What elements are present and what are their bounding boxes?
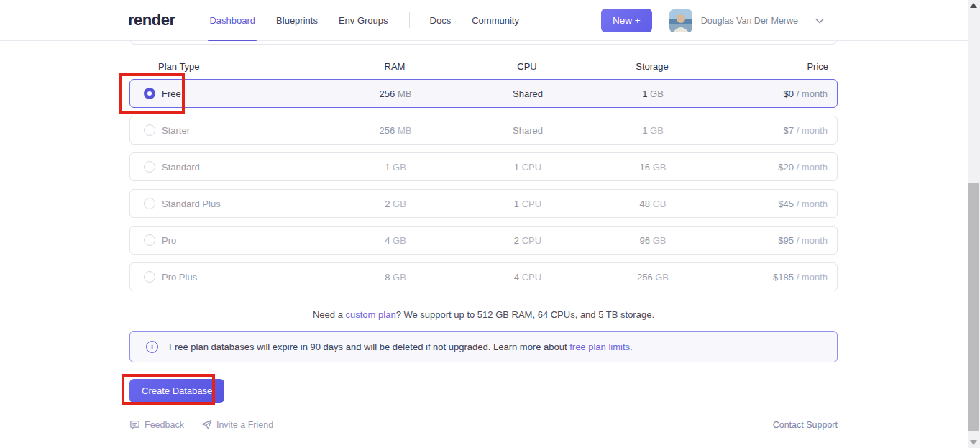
plan-name: Starter [162, 125, 190, 136]
invite-friend-button[interactable]: Invite a Friend [201, 419, 273, 430]
custom-plan-link[interactable]: custom plan [346, 309, 396, 320]
plan-ram: 2 GB [331, 198, 459, 209]
tab-blueprints[interactable]: Blueprints [276, 0, 318, 41]
plan-radio[interactable] [144, 88, 155, 99]
plan-price: $0 / month [710, 88, 837, 99]
plan-storage: 1 GB [596, 125, 710, 136]
plan-name: Standard [162, 162, 200, 173]
plan-cpu: 1 CPU [459, 198, 596, 209]
free-plan-limits-link[interactable]: free plan limits [569, 342, 630, 352]
plan-name: Free [162, 88, 181, 99]
custom-plan-note: Need a custom plan? We support up to 512… [129, 309, 838, 320]
nav-divider [409, 12, 410, 28]
plan-price: $185 / month [710, 272, 837, 283]
plan-table-rows: Free 256 MB Shared 1 GB $0 / month Start… [129, 79, 838, 299]
plan-cpu: 1 CPU [459, 162, 596, 173]
plan-price: $95 / month [710, 235, 837, 246]
plan-price: $20 / month [710, 162, 837, 173]
free-plan-info-banner: i Free plan databases will expire in 90 … [129, 331, 838, 362]
plan-name: Pro Plus [162, 272, 197, 283]
plan-storage: 48 GB [596, 198, 710, 209]
plan-ram: 8 GB [331, 272, 459, 283]
plan-cpu: Shared [459, 88, 596, 99]
plan-ram: 4 GB [331, 235, 459, 246]
plan-price: $7 / month [710, 125, 837, 136]
plan-ram: 1 GB [331, 162, 459, 173]
navbar-right: New + Douglas Van Der Merwe [601, 0, 824, 41]
plan-row-free[interactable]: Free 256 MB Shared 1 GB $0 / month [129, 79, 838, 108]
plan-cpu: 2 CPU [459, 235, 596, 246]
tab-dashboard[interactable]: Dashboard [209, 0, 255, 41]
plan-radio[interactable] [144, 161, 155, 173]
feedback-button[interactable]: Feedback [129, 419, 184, 430]
custom-plan-suffix: ? We support up to 512 GB RAM, 64 CPUs, … [396, 309, 654, 320]
plan-ram: 256 MB [331, 88, 459, 99]
plan-storage: 256 GB [596, 272, 710, 283]
paper-plane-icon [201, 419, 212, 430]
feedback-icon [129, 419, 140, 430]
tab-community[interactable]: Community [472, 0, 519, 41]
navbar: render Dashboard Blueprints Env Groups D… [0, 0, 968, 41]
user-name[interactable]: Douglas Van Der Merwe [701, 16, 798, 26]
plan-storage: 96 GB [596, 235, 710, 246]
invite-friend-label: Invite a Friend [216, 420, 273, 430]
vertical-scrollbar[interactable] [968, 0, 980, 448]
tab-env-groups[interactable]: Env Groups [339, 0, 388, 41]
plan-row-standard-plus[interactable]: Standard Plus 2 GB 1 CPU 48 GB $45 / mon… [129, 189, 838, 218]
plan-table-header: Plan Type RAM CPU Storage Price [129, 61, 838, 71]
tab-docs[interactable]: Docs [430, 0, 452, 41]
info-banner-message: Free plan databases will expire in 90 da… [169, 342, 569, 352]
contact-support-link[interactable]: Contact Support [773, 420, 838, 430]
plan-radio[interactable] [144, 198, 155, 209]
plan-cpu: 4 CPU [459, 272, 596, 283]
header-cpu: CPU [459, 61, 595, 72]
contact-support-label: Contact Support [773, 420, 838, 430]
info-icon: i [146, 341, 158, 353]
feedback-label: Feedback [145, 420, 184, 430]
header-plan-type: Plan Type [129, 61, 331, 72]
scrollbar-down-arrow-icon[interactable] [970, 440, 977, 445]
plan-price: $45 / month [710, 198, 837, 209]
header-price: Price [709, 61, 838, 72]
plan-ram: 256 MB [331, 125, 459, 136]
plan-row-starter[interactable]: Starter 256 MB Shared 1 GB $7 / month [129, 116, 838, 145]
create-database-button[interactable]: Create Database [129, 379, 224, 403]
plan-radio[interactable] [144, 124, 155, 136]
render-logo: render [128, 11, 175, 29]
custom-plan-prefix: Need a [313, 309, 346, 320]
scrollbar-up-arrow-icon[interactable] [970, 3, 977, 8]
plan-row-pro-plus[interactable]: Pro Plus 8 GB 4 CPU 256 GB $185 / month [129, 262, 838, 291]
info-banner-period: . [630, 342, 633, 352]
plan-storage: 16 GB [596, 162, 710, 173]
info-banner-text: Free plan databases will expire in 90 da… [169, 342, 633, 352]
plan-name: Standard Plus [162, 198, 221, 209]
plan-storage: 1 GB [596, 88, 710, 99]
new-button[interactable]: New + [601, 9, 652, 32]
header-storage: Storage [595, 61, 709, 72]
header-ram: RAM [331, 61, 459, 72]
chevron-down-icon[interactable] [815, 18, 824, 24]
plan-radio[interactable] [144, 271, 155, 283]
plan-name: Pro [162, 235, 176, 246]
plan-row-standard[interactable]: Standard 1 GB 1 CPU 16 GB $20 / month [129, 152, 838, 181]
scrollbar-thumb[interactable] [968, 183, 979, 431]
nav-links: Dashboard Blueprints Env Groups Docs Com… [209, 0, 539, 41]
avatar[interactable] [669, 9, 692, 32]
plan-radio[interactable] [144, 234, 155, 246]
footer: Feedback Invite a Friend Contact Support [129, 419, 838, 430]
page: render Dashboard Blueprints Env Groups D… [0, 0, 980, 448]
plan-cpu: Shared [459, 125, 596, 136]
plan-row-pro[interactable]: Pro 4 GB 2 CPU 96 GB $95 / month [129, 226, 838, 255]
